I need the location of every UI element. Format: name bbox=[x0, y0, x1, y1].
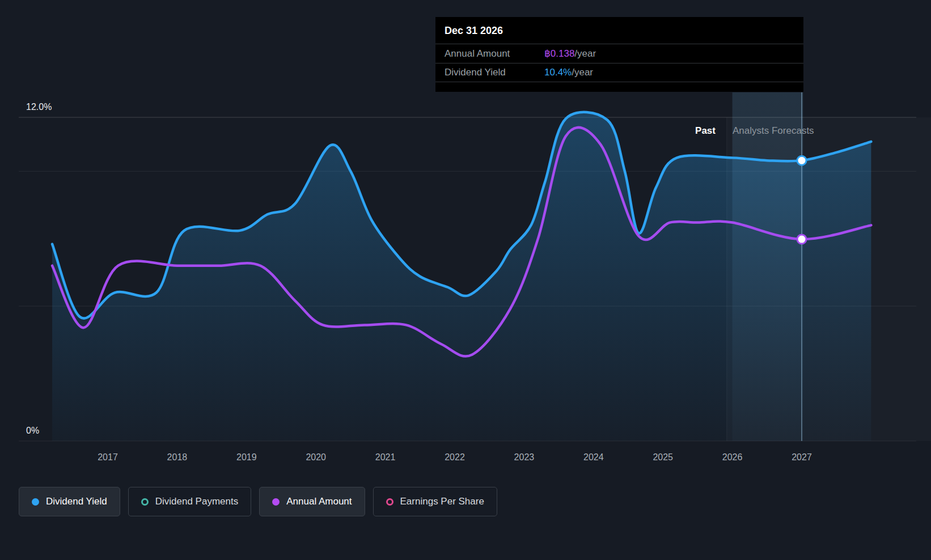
tooltip-annual-amount-value: ฿0.138 bbox=[544, 48, 574, 59]
dividend-chart-container: 12.0%0%201720182019202020212022202320242… bbox=[0, 0, 931, 560]
legend-earnings-per-share-label: Earnings Per Share bbox=[400, 496, 484, 507]
x-tick-label: 2026 bbox=[722, 452, 743, 462]
x-tick-label: 2018 bbox=[167, 452, 188, 462]
analysts-forecasts-label: Analysts Forecasts bbox=[733, 124, 814, 138]
tooltip-annual-amount-label: Annual Amount bbox=[445, 48, 544, 60]
legend-dividend-payments[interactable]: Dividend Payments bbox=[128, 487, 251, 516]
annual-amount-dot-icon bbox=[272, 498, 280, 506]
tooltip-row-dividend-yield: Dividend Yield 10.4%/year bbox=[435, 63, 803, 82]
x-tick-label: 2023 bbox=[514, 452, 535, 462]
series-marker-dividend-yield[interactable] bbox=[797, 156, 806, 165]
tooltip-row-annual-amount: Annual Amount ฿0.138/year bbox=[435, 44, 803, 63]
tooltip-dividend-yield-suffix: /year bbox=[572, 67, 593, 78]
tooltip-date: Dec 31 2026 bbox=[435, 17, 803, 44]
dividend-yield-dot-icon bbox=[32, 498, 39, 506]
x-tick-label: 2025 bbox=[653, 452, 673, 462]
tooltip-annual-amount-suffix: /year bbox=[574, 48, 596, 59]
x-tick-label: 2022 bbox=[445, 452, 465, 462]
chart-legend: Dividend Yield Dividend Payments Annual … bbox=[19, 487, 497, 516]
chart-tooltip: Dec 31 2026 Annual Amount ฿0.138/year Di… bbox=[435, 17, 803, 92]
x-tick-label: 2024 bbox=[583, 452, 604, 462]
dividend-yield-area bbox=[52, 112, 871, 441]
earnings-per-share-ring-icon bbox=[386, 498, 393, 506]
tooltip-annual-amount-value-group: ฿0.138/year bbox=[544, 48, 596, 60]
y-axis-label: 12.0% bbox=[26, 102, 52, 112]
x-tick-label: 2021 bbox=[375, 452, 396, 462]
x-tick-label: 2020 bbox=[306, 452, 326, 462]
legend-earnings-per-share[interactable]: Earnings Per Share bbox=[373, 487, 497, 516]
legend-annual-amount-label: Annual Amount bbox=[286, 496, 352, 507]
y-axis-label: 0% bbox=[26, 426, 39, 435]
x-tick-label: 2017 bbox=[98, 452, 118, 462]
x-tick-label: 2027 bbox=[792, 452, 812, 462]
dividend-payments-ring-icon bbox=[141, 498, 149, 506]
x-tick-label: 2019 bbox=[236, 452, 257, 462]
legend-annual-amount[interactable]: Annual Amount bbox=[259, 487, 365, 516]
legend-dividend-yield-label: Dividend Yield bbox=[46, 496, 107, 507]
tooltip-dividend-yield-value: 10.4% bbox=[544, 67, 572, 78]
legend-dividend-payments-label: Dividend Payments bbox=[155, 496, 238, 507]
tooltip-dividend-yield-value-group: 10.4%/year bbox=[544, 67, 593, 78]
legend-dividend-yield[interactable]: Dividend Yield bbox=[19, 487, 120, 516]
tooltip-dividend-yield-label: Dividend Yield bbox=[445, 67, 544, 78]
series-marker-annual-amount[interactable] bbox=[797, 235, 806, 244]
tooltip-footer bbox=[435, 82, 803, 92]
past-label: Past bbox=[624, 124, 716, 138]
